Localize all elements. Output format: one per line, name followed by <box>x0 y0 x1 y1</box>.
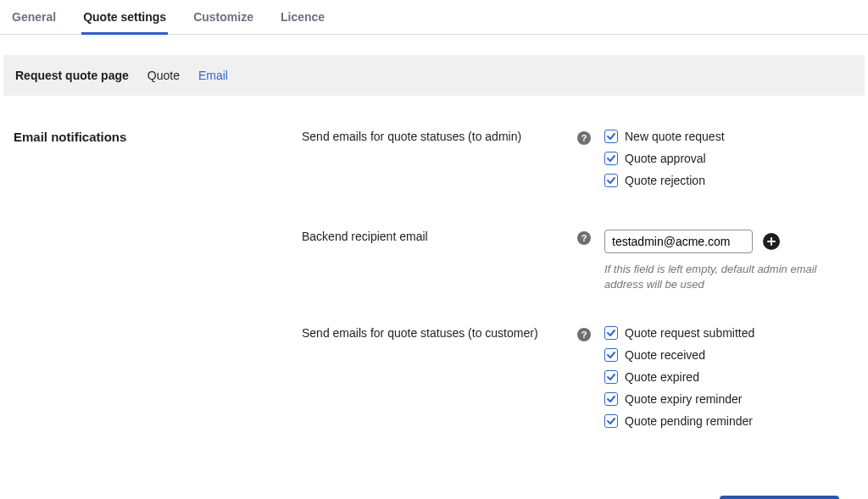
checkbox-quote-expired[interactable] <box>604 370 618 384</box>
sub-tabs: Request quote page Quote Email <box>3 55 865 96</box>
backend-email-input[interactable] <box>604 230 753 253</box>
tab-general[interactable]: General <box>10 7 58 35</box>
main-tabs: General Quote settings Customize Licence <box>0 0 868 35</box>
checkbox-quote-rejection[interactable] <box>604 174 618 187</box>
checkbox-label: Quote rejection <box>625 174 705 187</box>
checkbox-label: Quote approval <box>625 152 706 165</box>
checkbox-quote-received[interactable] <box>604 348 618 362</box>
help-icon[interactable]: ? <box>577 328 591 341</box>
checkbox-label: Quote received <box>625 348 705 362</box>
admin-statuses-label: Send emails for quote statuses (to admin… <box>302 130 577 143</box>
help-icon[interactable]: ? <box>577 131 591 145</box>
subtab-request-quote-page[interactable]: Request quote page <box>15 69 129 82</box>
tab-customize[interactable]: Customize <box>192 7 255 35</box>
customer-statuses-options: Quote request submitted Quote received Q… <box>604 326 854 436</box>
add-email-button[interactable] <box>763 233 780 250</box>
section-title: Email notifications <box>14 130 302 144</box>
checkbox-label: Quote expiry reminder <box>625 392 743 406</box>
footer-actions: Update settings <box>0 487 868 499</box>
checkbox-new-quote-request[interactable] <box>604 130 618 143</box>
settings-content: Email notifications Send emails for quot… <box>0 96 868 487</box>
tab-licence[interactable]: Licence <box>279 7 326 35</box>
admin-statuses-options: New quote request Quote approval Quote r… <box>604 130 854 196</box>
customer-statuses-label: Send emails for quote statuses (to custo… <box>302 326 577 340</box>
checkbox-quote-pending-reminder[interactable] <box>604 414 618 428</box>
checkbox-label: Quote pending reminder <box>625 414 753 428</box>
checkbox-label: Quote request submitted <box>625 326 754 340</box>
checkbox-quote-approval[interactable] <box>604 152 618 165</box>
backend-email-label: Backend recipient email <box>302 230 577 243</box>
backend-email-helper: If this field is left empty, default adm… <box>604 262 854 292</box>
subtab-email[interactable]: Email <box>198 69 228 82</box>
checkbox-quote-expiry-reminder[interactable] <box>604 392 618 406</box>
checkbox-label: New quote request <box>625 130 725 143</box>
checkbox-quote-request-submitted[interactable] <box>604 326 618 340</box>
update-settings-button[interactable]: Update settings <box>720 496 839 499</box>
checkbox-label: Quote expired <box>625 370 699 384</box>
help-icon[interactable]: ? <box>577 231 591 245</box>
tab-quote-settings[interactable]: Quote settings <box>81 7 168 35</box>
subtab-quote[interactable]: Quote <box>147 69 180 82</box>
